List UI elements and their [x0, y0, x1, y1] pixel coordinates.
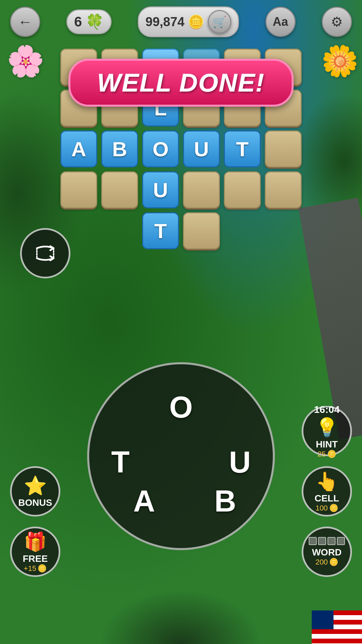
free-cost: +15🪙	[24, 564, 47, 573]
us-flag	[312, 610, 362, 644]
hint-icon: 💡	[315, 417, 339, 438]
letter-wheel[interactable]: O T U A B	[87, 362, 275, 550]
bonus-button[interactable]: ⭐ BONUS	[10, 466, 60, 517]
lives-container: 6 🍀	[66, 9, 111, 34]
tile-4-3-letter-u2[interactable]: U	[142, 171, 179, 208]
coin-icon: 🪙	[188, 14, 204, 30]
word-button[interactable]: WORD 200🪙	[302, 527, 352, 577]
tile-4-2[interactable]	[101, 171, 138, 208]
word-sq-3	[327, 537, 336, 545]
shop-button[interactable]: 🛒	[208, 10, 231, 34]
cell-cost: 100🪙	[315, 504, 338, 513]
wheel-letter-b[interactable]: B	[214, 484, 236, 519]
coins-container: 99,874 🪙 🛒	[138, 6, 239, 37]
bottom-right-buttons: 16:04 💡 HINT 25🪙 👆 CELL 100🪙 WORD 200🪙	[302, 406, 352, 577]
clover-icon: 🍀	[85, 13, 104, 31]
word-squares	[309, 537, 345, 545]
hint-button[interactable]: 16:04 💡 HINT 25🪙	[302, 406, 352, 456]
cell-icon: 👆	[315, 471, 339, 492]
cell-button[interactable]: 👆 CELL 100🪙	[302, 466, 352, 517]
word-sq-2	[318, 537, 326, 545]
word-sq-4	[337, 537, 345, 545]
hint-label: HINT	[316, 439, 338, 450]
bottom-left-buttons: ⭐ BONUS 🎁 FREE +15🪙	[10, 466, 60, 577]
free-label: FREE	[23, 553, 48, 564]
word-label: WORD	[312, 547, 342, 558]
bonus-label: BONUS	[18, 497, 52, 508]
shuffle-icon	[34, 241, 57, 265]
lives-count: 6	[74, 14, 82, 30]
back-button[interactable]: ←	[10, 7, 40, 37]
cell-label: CELL	[314, 493, 339, 504]
tile-3-5-letter-t[interactable]: T	[224, 130, 261, 167]
tile-3-6[interactable]	[265, 130, 302, 167]
shuffle-button[interactable]	[20, 228, 70, 278]
flower-left-decoration: 🌸	[7, 44, 44, 79]
grid-row-4: U	[13, 171, 349, 208]
well-done-banner: WELL DONE!	[68, 59, 294, 107]
flower-right-decoration: 🌼	[321, 44, 359, 79]
free-button[interactable]: 🎁 FREE +15🪙	[10, 527, 60, 577]
wheel-letter-u[interactable]: U	[229, 445, 251, 480]
tile-3-2-letter-b[interactable]: B	[101, 130, 138, 167]
wheel-letter-t[interactable]: T	[111, 445, 130, 480]
grid-row-3: A B O U T	[13, 130, 349, 167]
flag-canton	[312, 610, 334, 629]
tile-3-1-letter-a[interactable]: A	[60, 130, 97, 167]
tile-5-3-letter-t2[interactable]: T	[142, 212, 179, 249]
tile-4-1[interactable]	[60, 171, 97, 208]
bonus-icon: ⭐	[24, 475, 47, 497]
settings-button[interactable]: ⚙	[322, 7, 352, 37]
word-sq-1	[309, 537, 317, 545]
tile-4-4[interactable]	[183, 171, 220, 208]
wheel-letter-a[interactable]: A	[133, 484, 155, 519]
wheel-letter-o[interactable]: O	[169, 390, 193, 425]
tile-3-4-letter-u[interactable]: U	[183, 130, 220, 167]
font-button[interactable]: Aa	[265, 7, 296, 37]
tile-4-5[interactable]	[224, 171, 261, 208]
well-done-text: WELL DONE!	[97, 68, 265, 97]
tile-5-4[interactable]	[183, 212, 220, 249]
free-icon: 🎁	[24, 531, 47, 553]
top-bar: ← 6 🍀 99,874 🪙 🛒 Aa ⚙	[0, 0, 362, 44]
tile-3-3-letter-o[interactable]: O	[142, 130, 179, 167]
tile-4-6[interactable]	[265, 171, 302, 208]
hint-timer: 16:04	[314, 404, 340, 415]
hint-cost: 25🪙	[317, 450, 336, 459]
coins-count: 99,874	[145, 15, 184, 29]
word-cost: 200🪙	[315, 558, 338, 567]
